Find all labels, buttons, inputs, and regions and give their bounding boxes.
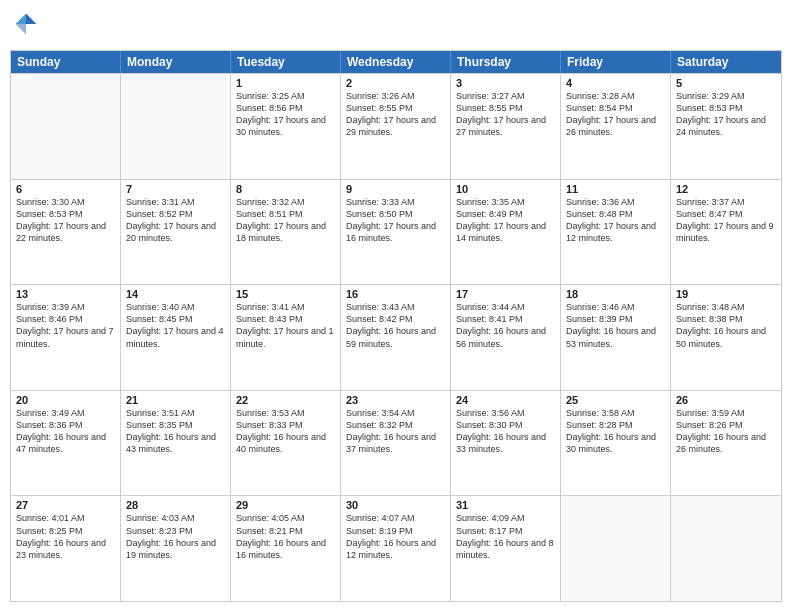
day-number: 16 [346,288,445,300]
logo [10,10,44,42]
calendar-row-1: 6Sunrise: 3:30 AM Sunset: 8:53 PM Daylig… [11,179,781,285]
calendar-cell: 29Sunrise: 4:05 AM Sunset: 8:21 PM Dayli… [231,496,341,601]
day-number: 11 [566,183,665,195]
calendar-cell: 14Sunrise: 3:40 AM Sunset: 8:45 PM Dayli… [121,285,231,390]
day-info: Sunrise: 3:26 AM Sunset: 8:55 PM Dayligh… [346,90,445,139]
logo-icon [12,10,40,38]
calendar-cell: 10Sunrise: 3:35 AM Sunset: 8:49 PM Dayli… [451,180,561,285]
calendar-row-0: 1Sunrise: 3:25 AM Sunset: 8:56 PM Daylig… [11,73,781,179]
day-number: 21 [126,394,225,406]
header-day-monday: Monday [121,51,231,73]
header-day-saturday: Saturday [671,51,781,73]
calendar-cell: 28Sunrise: 4:03 AM Sunset: 8:23 PM Dayli… [121,496,231,601]
calendar-row-2: 13Sunrise: 3:39 AM Sunset: 8:46 PM Dayli… [11,284,781,390]
calendar-cell: 8Sunrise: 3:32 AM Sunset: 8:51 PM Daylig… [231,180,341,285]
calendar-cell: 26Sunrise: 3:59 AM Sunset: 8:26 PM Dayli… [671,391,781,496]
calendar-cell: 17Sunrise: 3:44 AM Sunset: 8:41 PM Dayli… [451,285,561,390]
day-number: 20 [16,394,115,406]
day-info: Sunrise: 3:32 AM Sunset: 8:51 PM Dayligh… [236,196,335,245]
day-info: Sunrise: 3:39 AM Sunset: 8:46 PM Dayligh… [16,301,115,350]
svg-marker-0 [26,14,37,25]
header [10,10,782,42]
day-info: Sunrise: 4:07 AM Sunset: 8:19 PM Dayligh… [346,512,445,561]
day-info: Sunrise: 3:48 AM Sunset: 8:38 PM Dayligh… [676,301,776,350]
calendar-cell [561,496,671,601]
calendar-cell: 3Sunrise: 3:27 AM Sunset: 8:55 PM Daylig… [451,74,561,179]
calendar-cell: 4Sunrise: 3:28 AM Sunset: 8:54 PM Daylig… [561,74,671,179]
day-number: 6 [16,183,115,195]
day-info: Sunrise: 3:40 AM Sunset: 8:45 PM Dayligh… [126,301,225,350]
day-number: 5 [676,77,776,89]
day-info: Sunrise: 3:54 AM Sunset: 8:32 PM Dayligh… [346,407,445,456]
day-number: 17 [456,288,555,300]
day-number: 31 [456,499,555,511]
day-number: 13 [16,288,115,300]
day-number: 27 [16,499,115,511]
day-info: Sunrise: 3:29 AM Sunset: 8:53 PM Dayligh… [676,90,776,139]
calendar-cell: 16Sunrise: 3:43 AM Sunset: 8:42 PM Dayli… [341,285,451,390]
calendar-cell [11,74,121,179]
calendar-cell: 31Sunrise: 4:09 AM Sunset: 8:17 PM Dayli… [451,496,561,601]
day-number: 12 [676,183,776,195]
day-number: 1 [236,77,335,89]
day-info: Sunrise: 3:35 AM Sunset: 8:49 PM Dayligh… [456,196,555,245]
day-number: 23 [346,394,445,406]
day-number: 8 [236,183,335,195]
calendar-cell: 27Sunrise: 4:01 AM Sunset: 8:25 PM Dayli… [11,496,121,601]
calendar-cell: 19Sunrise: 3:48 AM Sunset: 8:38 PM Dayli… [671,285,781,390]
day-number: 14 [126,288,225,300]
calendar-body: 1Sunrise: 3:25 AM Sunset: 8:56 PM Daylig… [11,73,781,601]
calendar-cell: 23Sunrise: 3:54 AM Sunset: 8:32 PM Dayli… [341,391,451,496]
header-day-friday: Friday [561,51,671,73]
day-number: 2 [346,77,445,89]
calendar-cell: 11Sunrise: 3:36 AM Sunset: 8:48 PM Dayli… [561,180,671,285]
day-number: 15 [236,288,335,300]
day-info: Sunrise: 3:31 AM Sunset: 8:52 PM Dayligh… [126,196,225,245]
calendar-row-4: 27Sunrise: 4:01 AM Sunset: 8:25 PM Dayli… [11,495,781,601]
day-info: Sunrise: 3:51 AM Sunset: 8:35 PM Dayligh… [126,407,225,456]
day-info: Sunrise: 3:30 AM Sunset: 8:53 PM Dayligh… [16,196,115,245]
day-number: 19 [676,288,776,300]
day-number: 4 [566,77,665,89]
day-info: Sunrise: 3:28 AM Sunset: 8:54 PM Dayligh… [566,90,665,139]
day-info: Sunrise: 4:09 AM Sunset: 8:17 PM Dayligh… [456,512,555,561]
calendar-header: SundayMondayTuesdayWednesdayThursdayFrid… [11,51,781,73]
day-info: Sunrise: 3:49 AM Sunset: 8:36 PM Dayligh… [16,407,115,456]
calendar-cell: 24Sunrise: 3:56 AM Sunset: 8:30 PM Dayli… [451,391,561,496]
day-number: 25 [566,394,665,406]
calendar-cell: 20Sunrise: 3:49 AM Sunset: 8:36 PM Dayli… [11,391,121,496]
day-info: Sunrise: 3:44 AM Sunset: 8:41 PM Dayligh… [456,301,555,350]
calendar-cell: 15Sunrise: 3:41 AM Sunset: 8:43 PM Dayli… [231,285,341,390]
header-day-tuesday: Tuesday [231,51,341,73]
day-info: Sunrise: 3:46 AM Sunset: 8:39 PM Dayligh… [566,301,665,350]
svg-marker-2 [16,24,27,35]
day-number: 29 [236,499,335,511]
day-number: 10 [456,183,555,195]
calendar-cell: 25Sunrise: 3:58 AM Sunset: 8:28 PM Dayli… [561,391,671,496]
calendar-cell: 21Sunrise: 3:51 AM Sunset: 8:35 PM Dayli… [121,391,231,496]
day-number: 30 [346,499,445,511]
day-info: Sunrise: 3:43 AM Sunset: 8:42 PM Dayligh… [346,301,445,350]
calendar-cell: 22Sunrise: 3:53 AM Sunset: 8:33 PM Dayli… [231,391,341,496]
page: SundayMondayTuesdayWednesdayThursdayFrid… [0,0,792,612]
day-info: Sunrise: 3:37 AM Sunset: 8:47 PM Dayligh… [676,196,776,245]
calendar-cell: 13Sunrise: 3:39 AM Sunset: 8:46 PM Dayli… [11,285,121,390]
day-info: Sunrise: 4:05 AM Sunset: 8:21 PM Dayligh… [236,512,335,561]
day-number: 9 [346,183,445,195]
calendar-cell: 5Sunrise: 3:29 AM Sunset: 8:53 PM Daylig… [671,74,781,179]
calendar-cell [121,74,231,179]
calendar-cell [671,496,781,601]
day-info: Sunrise: 4:03 AM Sunset: 8:23 PM Dayligh… [126,512,225,561]
day-number: 22 [236,394,335,406]
day-number: 28 [126,499,225,511]
day-info: Sunrise: 3:59 AM Sunset: 8:26 PM Dayligh… [676,407,776,456]
day-number: 24 [456,394,555,406]
day-info: Sunrise: 3:27 AM Sunset: 8:55 PM Dayligh… [456,90,555,139]
day-info: Sunrise: 3:33 AM Sunset: 8:50 PM Dayligh… [346,196,445,245]
calendar-cell: 2Sunrise: 3:26 AM Sunset: 8:55 PM Daylig… [341,74,451,179]
day-number: 18 [566,288,665,300]
header-day-wednesday: Wednesday [341,51,451,73]
day-info: Sunrise: 3:25 AM Sunset: 8:56 PM Dayligh… [236,90,335,139]
day-info: Sunrise: 3:56 AM Sunset: 8:30 PM Dayligh… [456,407,555,456]
day-info: Sunrise: 3:58 AM Sunset: 8:28 PM Dayligh… [566,407,665,456]
